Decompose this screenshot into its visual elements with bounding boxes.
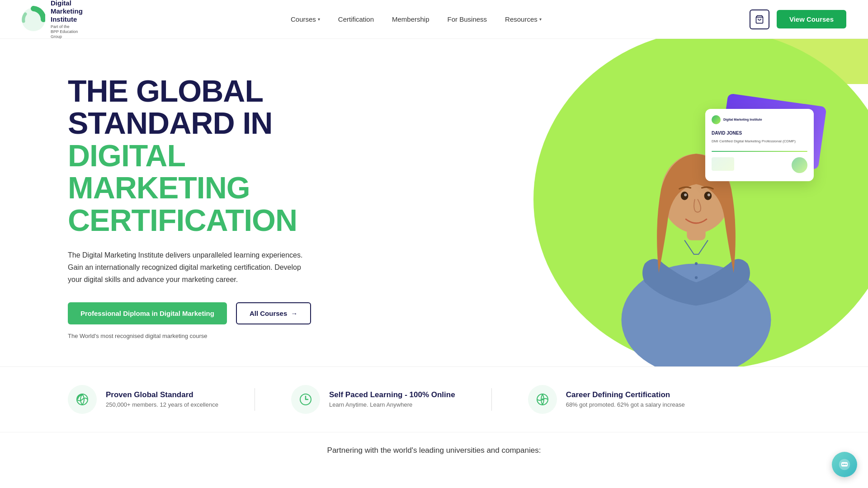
- svg-point-18: [844, 464, 845, 465]
- hero-title-line1: THE GLOBAL: [68, 74, 263, 108]
- hero-title: THE GLOBAL STANDARD IN DIGITAL MARKETING…: [68, 75, 316, 236]
- cert-title: DMI Certified Digital Marketing Professi…: [712, 139, 807, 144]
- hero-section: THE GLOBAL STANDARD IN DIGITAL MARKETING…: [0, 39, 868, 366]
- svg-point-14: [542, 399, 543, 400]
- nav-item-courses[interactable]: Courses ▾: [291, 15, 320, 23]
- hero-buttons: Professional Diploma in Digital Marketin…: [68, 302, 316, 324]
- clock-icon-circle: [291, 385, 320, 414]
- hero-image-area: Digital Marketing Institute DAVID JONES …: [570, 82, 823, 366]
- hero-content: THE GLOBAL STANDARD IN DIGITAL MARKETING…: [0, 39, 353, 366]
- cart-icon: [755, 15, 764, 24]
- chat-bubble-inner: [832, 452, 857, 477]
- logo-icon: [22, 5, 45, 34]
- diploma-button[interactable]: Professional Diploma in Digital Marketin…: [68, 302, 227, 324]
- stat-text-career: Career Defining Certification 68% got pr…: [566, 390, 685, 408]
- stat-text-selfpaced: Self Paced Learning - 100% Online Learn …: [329, 390, 455, 408]
- cert-org-name: Digital Marketing Institute: [723, 118, 762, 121]
- all-courses-button[interactable]: All Courses →: [236, 302, 311, 324]
- svg-point-7: [684, 193, 687, 196]
- svg-point-17: [842, 464, 844, 465]
- stat-text-proven: Proven Global Standard 250,000+ members.…: [106, 390, 218, 408]
- resources-chevron-icon: ▾: [539, 17, 542, 22]
- nav-link-courses[interactable]: Courses ▾: [291, 15, 320, 23]
- stat-divider-2: [491, 388, 492, 411]
- nav-link-membership[interactable]: Membership: [392, 15, 429, 23]
- partners-label: Partnering with the world's leading univ…: [68, 446, 800, 455]
- hero-description: The Digital Marketing Institute delivers…: [68, 249, 316, 286]
- stat-item-career: Career Defining Certification 68% got pr…: [528, 385, 685, 414]
- chat-icon: [838, 458, 851, 471]
- nav-item-resources[interactable]: Resources ▾: [505, 15, 542, 23]
- chat-bubble[interactable]: [832, 452, 857, 477]
- brand-sub: Part of theBPP EducationGroup: [51, 24, 83, 39]
- hero-tagline: The World's most recognised digital mark…: [68, 333, 316, 339]
- nav-link-resources[interactable]: Resources ▾: [505, 15, 542, 23]
- nav-link-certification[interactable]: Certification: [338, 15, 374, 23]
- view-courses-button[interactable]: View Courses: [777, 10, 846, 28]
- certificate-card: Digital Marketing Institute DAVID JONES …: [705, 109, 814, 181]
- stats-bar: Proven Global Standard 250,000+ members.…: [0, 366, 868, 432]
- nav-right: View Courses: [750, 9, 846, 29]
- svg-point-8: [708, 193, 710, 196]
- nav-links: Courses ▾ Certification Membership For B…: [291, 15, 542, 23]
- svg-point-9: [695, 262, 698, 265]
- cert-holder-name: DAVID JONES: [712, 131, 807, 136]
- clock-icon: [298, 392, 313, 407]
- proven-icon-circle: [68, 385, 97, 414]
- stat-item-selfpaced: Self Paced Learning - 100% Online Learn …: [291, 385, 455, 414]
- nav-link-forbusiness[interactable]: For Business: [448, 15, 487, 23]
- hero-title-line2: STANDARD IN: [68, 106, 272, 140]
- arrow-icon: →: [291, 310, 297, 317]
- partners-bar: Partnering with the world's leading univ…: [0, 432, 868, 469]
- nav-item-membership[interactable]: Membership: [392, 15, 429, 23]
- globe-network-icon-circle: [528, 385, 557, 414]
- svg-point-19: [845, 464, 847, 465]
- logo-text: DigitalMarketingInstitute Part of theBPP…: [51, 0, 83, 39]
- courses-chevron-icon: ▾: [318, 17, 320, 22]
- brand-name: DigitalMarketingInstitute: [51, 0, 83, 23]
- navbar: DigitalMarketingInstitute Part of theBPP…: [0, 0, 868, 39]
- cart-button[interactable]: [750, 9, 769, 29]
- globe-network-icon: [535, 392, 550, 407]
- stat-item-proven: Proven Global Standard 250,000+ members.…: [68, 385, 218, 414]
- logo[interactable]: DigitalMarketingInstitute Part of theBPP…: [22, 0, 83, 39]
- svg-point-10: [695, 276, 698, 279]
- proven-globe-icon: [75, 392, 90, 407]
- hero-title-green1: DIGITAL MARKETING: [68, 138, 250, 205]
- hero-title-green2: CERTIFICATION: [68, 203, 297, 237]
- nav-item-forbusiness[interactable]: For Business: [448, 15, 487, 23]
- stat-divider-1: [255, 388, 255, 411]
- nav-item-certification[interactable]: Certification: [338, 15, 374, 23]
